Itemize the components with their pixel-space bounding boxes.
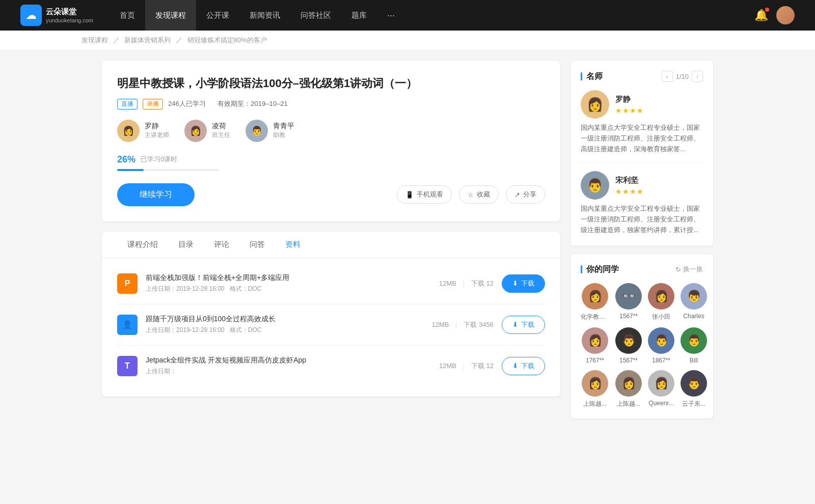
breadcrumb-series[interactable]: 新媒体营销系列 bbox=[124, 36, 171, 44]
next-page-button[interactable]: › bbox=[692, 71, 703, 82]
classmate-1-name: 1567** bbox=[619, 313, 638, 320]
classmate-11[interactable]: 👨 云子东... bbox=[681, 370, 707, 408]
tab-intro[interactable]: 课程介绍 bbox=[117, 232, 168, 258]
progress-section: 26% 已学习0课时 bbox=[117, 154, 545, 171]
nav-item-discover[interactable]: 发现课程 bbox=[145, 0, 196, 31]
breadcrumb-discover[interactable]: 发现课程 bbox=[82, 36, 108, 44]
nav-item-qa[interactable]: 问答社区 bbox=[290, 0, 341, 31]
classmate-10[interactable]: 👩 Queenr... bbox=[648, 370, 674, 408]
course-actions: 继续学习 📱 手机观看 ☆ 收藏 ↗ 分享 bbox=[117, 183, 545, 206]
download-label-0: 下载 bbox=[521, 279, 534, 288]
teacher-2-info: 青青平 助教 bbox=[273, 122, 294, 139]
sidebar-teacher-0: 👩 罗静 ★★★★ 国内某重点大学安全工程专业硕士，国家一级注册消防工程师、注册… bbox=[581, 90, 703, 154]
breadcrumb-sep-2: ／ bbox=[176, 36, 182, 44]
share-button[interactable]: ↗ 分享 bbox=[506, 185, 545, 204]
share-icon: ↗ bbox=[514, 191, 520, 199]
mobile-label: 手机观看 bbox=[417, 190, 443, 199]
resource-icon-0: P bbox=[117, 273, 138, 294]
bell-button[interactable]: 🔔 bbox=[754, 9, 768, 22]
classmate-3[interactable]: 👦 Charles bbox=[681, 283, 707, 321]
teachers-pagination: ‹ 1/10 › bbox=[662, 71, 703, 82]
progress-bar-bg bbox=[117, 169, 219, 171]
classmate-1[interactable]: 👓 1567** bbox=[615, 283, 642, 321]
nav-item-quiz[interactable]: 题库 bbox=[341, 0, 377, 31]
classmates-title: 你的同学 bbox=[586, 264, 619, 275]
right-sidebar: 名师 ‹ 1/10 › 👩 罗静 ★★★★ 国内某重点大学安全工程专业硕士， bbox=[570, 61, 713, 418]
classmate-7[interactable]: 👨 Bill bbox=[681, 327, 707, 364]
sidebar-teacher-1-avatar: 👨 bbox=[581, 171, 609, 200]
navbar-logo[interactable]: ☁ 云朵课堂 yunduoketang.com bbox=[20, 5, 93, 26]
breadcrumb: 发现课程 ／ 新媒体营销系列 ／ 销冠修炼术搞定80%的客户 bbox=[0, 31, 815, 50]
teacher-1-name: 凌荷 bbox=[212, 122, 230, 131]
mobile-watch-button[interactable]: 📱 手机观看 bbox=[397, 185, 452, 204]
tab-resource[interactable]: 资料 bbox=[275, 232, 311, 258]
student-count: 246人已学习 bbox=[168, 99, 206, 108]
download-icon-1: ⬇ bbox=[512, 321, 518, 328]
sidebar-teacher-0-avatar: 👩 bbox=[581, 90, 609, 119]
classmate-8-name: 上陈越... bbox=[583, 400, 607, 408]
classmates-grid: 👩 化学教书... 👓 1567** 👩 张小田 👦 Charles 👩 bbox=[581, 283, 703, 408]
classmate-9-name: 上陈越... bbox=[617, 400, 640, 408]
nav-item-more[interactable]: ··· bbox=[377, 0, 405, 31]
classmate-5-name: 1567** bbox=[619, 357, 638, 364]
classmate-2[interactable]: 👩 张小田 bbox=[648, 283, 674, 321]
valid-period: 有效期至：2019–10–21 bbox=[218, 99, 287, 108]
classmate-4[interactable]: 👩 1767** bbox=[581, 327, 609, 364]
badge-record: 录播 bbox=[143, 99, 163, 109]
tab-review[interactable]: 评论 bbox=[204, 232, 239, 258]
teacher-0-info: 罗静 主讲老师 bbox=[145, 122, 169, 139]
nav-item-public[interactable]: 公开课 bbox=[196, 0, 239, 31]
teachers-card: 名师 ‹ 1/10 › 👩 罗静 ★★★★ 国内某重点大学安全工程专业硕士， bbox=[570, 61, 713, 246]
classmate-0[interactable]: 👩 化学教书... bbox=[581, 283, 609, 321]
classmates-header: 你的同学 ↻ 换一换 bbox=[581, 264, 703, 275]
avatar[interactable] bbox=[776, 6, 795, 24]
teacher-2: 👨 青青平 助教 bbox=[246, 120, 294, 142]
progress-pct: 26% bbox=[117, 154, 135, 165]
sidebar-teacher-1-name: 宋利坚 bbox=[615, 176, 644, 185]
breadcrumb-current[interactable]: 销冠修炼术搞定80%的客户 bbox=[187, 36, 267, 44]
resource-title-0: 前端全栈加强版！前端全栈+全周期+多端应用 bbox=[146, 273, 409, 283]
download-button-1[interactable]: ⬇ 下载 bbox=[502, 316, 545, 334]
teacher-0: 👩 罗静 主讲老师 bbox=[117, 120, 169, 142]
resource-stats-2: 12MB ｜ 下载 12 bbox=[417, 361, 494, 371]
resource-info-2: Jetpack全组件实战 开发短视频应用高仿皮皮虾App 上传日期： bbox=[146, 356, 409, 376]
resource-item-0: P 前端全栈加强版！前端全栈+全周期+多端应用 上传日期：2019-12-28 … bbox=[117, 263, 545, 304]
tab-qa[interactable]: 问答 bbox=[239, 232, 275, 258]
sidebar-teacher-0-stars: ★★★★ bbox=[615, 106, 644, 115]
continue-button[interactable]: 继续学习 bbox=[117, 183, 195, 206]
download-button-2[interactable]: ⬇ 下载 bbox=[502, 357, 545, 375]
course-title: 明星中教授课，小学阶段语法100分–强化级第1讲动词（一） bbox=[117, 76, 545, 92]
refresh-button[interactable]: ↻ 换一换 bbox=[675, 265, 703, 274]
prev-page-button[interactable]: ‹ bbox=[662, 71, 673, 82]
classmate-11-name: 云子东... bbox=[682, 400, 705, 408]
resource-info-1: 跟随千万级项目从0到100全过程高效成长 上传日期：2019-12-28 16:… bbox=[146, 315, 409, 334]
classmate-6-name: 1867** bbox=[652, 357, 670, 364]
classmate-9[interactable]: 👩 上陈越... bbox=[615, 370, 642, 408]
download-button-0[interactable]: ⬇ 下载 bbox=[502, 274, 545, 293]
progress-label-row: 26% 已学习0课时 bbox=[117, 154, 545, 165]
teacher-0-role: 主讲老师 bbox=[145, 131, 169, 139]
tab-catalog[interactable]: 目录 bbox=[168, 232, 204, 258]
sidebar-teacher-0-desc: 国内某重点大学安全工程专业硕士，国家一级注册消防工程师、注册安全工程师、高级注册… bbox=[581, 123, 703, 154]
tabs-header: 课程介绍 目录 评论 问答 资料 bbox=[102, 232, 560, 258]
refresh-icon: ↻ bbox=[675, 266, 681, 273]
teachers-title-bar: 名师 bbox=[581, 71, 603, 82]
classmates-card: 你的同学 ↻ 换一换 👩 化学教书... 👓 1567** 👩 bbox=[570, 254, 713, 418]
nav-item-news[interactable]: 新闻资讯 bbox=[239, 0, 290, 31]
meta-sep: · bbox=[211, 100, 213, 108]
classmate-0-name: 化学教书... bbox=[581, 313, 609, 321]
classmate-8[interactable]: 👩 上陈越... bbox=[581, 370, 609, 408]
teacher-0-avatar: 👩 bbox=[117, 120, 140, 142]
teacher-2-role: 助教 bbox=[273, 131, 294, 139]
classmate-10-name: Queenr... bbox=[648, 400, 673, 407]
nav-item-home[interactable]: 首页 bbox=[110, 0, 145, 31]
course-header-card: 明星中教授课，小学阶段语法100分–强化级第1讲动词（一） 直播 录播 246人… bbox=[102, 61, 560, 221]
refresh-label: 换一换 bbox=[683, 265, 703, 274]
logo-text: 云朵课堂 yunduoketang.com bbox=[46, 7, 93, 24]
classmate-6[interactable]: 👨 1867** bbox=[648, 327, 674, 364]
collect-button[interactable]: ☆ 收藏 bbox=[459, 185, 499, 204]
navbar-right: 🔔 bbox=[754, 6, 795, 24]
sidebar-teacher-0-name: 罗静 bbox=[615, 95, 644, 104]
classmate-5[interactable]: 👨 1567** bbox=[615, 327, 642, 364]
star-icon: ☆ bbox=[468, 191, 474, 199]
